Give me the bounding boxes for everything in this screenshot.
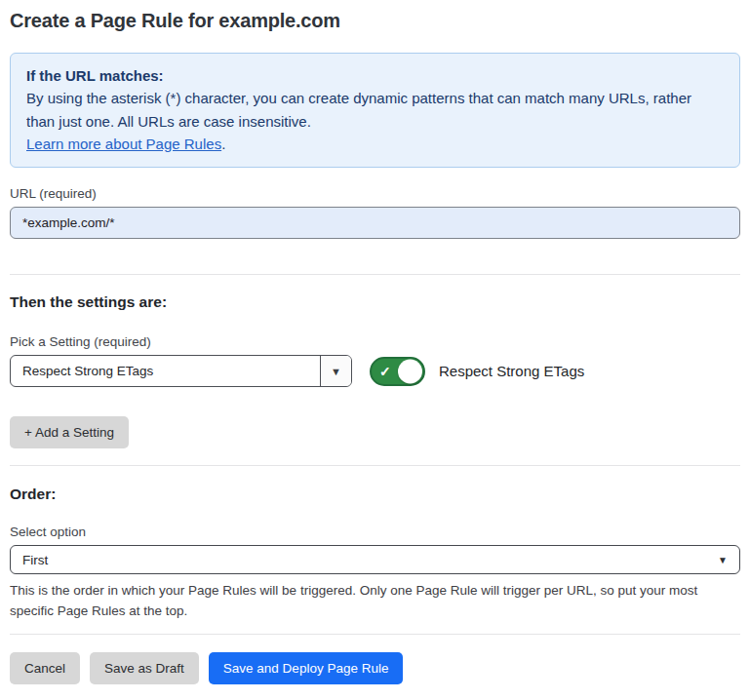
setting-toggle[interactable]: ✓ [370, 357, 425, 386]
toggle-knob [398, 359, 422, 383]
check-icon: ✓ [379, 363, 391, 378]
setting-row: Respect Strong ETags ▼ ✓ Respect Strong … [10, 355, 740, 387]
url-input[interactable] [10, 207, 740, 239]
chevron-down-icon: ▼ [718, 555, 728, 565]
add-setting-button[interactable]: + Add a Setting [10, 416, 129, 448]
setting-picker-label: Pick a Setting (required) [10, 334, 740, 349]
setting-select-arrow-button[interactable]: ▼ [320, 356, 351, 386]
link-suffix: . [221, 136, 225, 152]
divider [10, 465, 740, 466]
setting-select-value: Respect Strong ETags [11, 356, 320, 386]
info-box-heading: If the URL matches: [26, 64, 724, 87]
save-draft-button[interactable]: Save as Draft [90, 652, 199, 684]
footer-actions: Cancel Save as Draft Save and Deploy Pag… [10, 652, 740, 684]
divider [10, 274, 740, 275]
order-select-value: First [22, 553, 48, 567]
settings-section-heading: Then the settings are: [10, 293, 740, 311]
setting-toggle-label: Respect Strong ETags [439, 363, 584, 379]
page-rule-form: Create a Page Rule for example.com If th… [0, 0, 750, 684]
setting-toggle-wrap: ✓ Respect Strong ETags [370, 357, 584, 386]
url-field-label: URL (required) [10, 186, 740, 201]
order-help-text: This is the order in which your Page Rul… [10, 581, 736, 622]
setting-select[interactable]: Respect Strong ETags ▼ [10, 355, 352, 387]
learn-more-link[interactable]: Learn more about Page Rules [26, 136, 221, 152]
url-match-info-box: If the URL matches: By using the asteris… [10, 53, 740, 168]
cancel-button[interactable]: Cancel [10, 652, 80, 684]
page-title: Create a Page Rule for example.com [10, 10, 740, 32]
order-section-heading: Order: [10, 486, 740, 503]
order-select-label: Select option [10, 525, 740, 539]
order-select[interactable]: First ▼ [10, 545, 740, 574]
divider [10, 634, 740, 635]
info-box-link-line: Learn more about Page Rules. [26, 133, 724, 155]
info-box-body: By using the asterisk (*) character, you… [26, 87, 724, 133]
save-deploy-button[interactable]: Save and Deploy Page Rule [209, 652, 404, 684]
chevron-down-icon: ▼ [331, 366, 341, 377]
